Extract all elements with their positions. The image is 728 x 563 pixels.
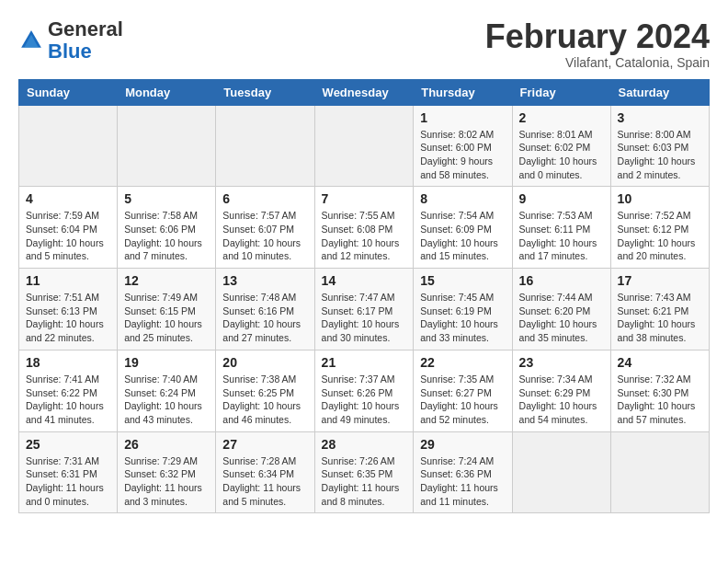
day-info: Sunrise: 7:49 AM Sunset: 6:15 PM Dayligh… bbox=[124, 291, 209, 345]
day-info: Sunrise: 7:38 AM Sunset: 6:25 PM Dayligh… bbox=[222, 373, 307, 427]
calendar-cell: 28Sunrise: 7:26 AM Sunset: 6:35 PM Dayli… bbox=[314, 431, 414, 513]
title-area: February 2024 Vilafant, Catalonia, Spain bbox=[485, 18, 710, 70]
column-header-saturday: Saturday bbox=[610, 79, 709, 105]
day-info: Sunrise: 7:41 AM Sunset: 6:22 PM Dayligh… bbox=[26, 373, 110, 427]
day-number: 29 bbox=[420, 437, 505, 452]
logo-blue: Blue bbox=[48, 40, 92, 63]
column-header-monday: Monday bbox=[118, 79, 216, 105]
calendar-week-row: 18Sunrise: 7:41 AM Sunset: 6:22 PM Dayli… bbox=[19, 350, 710, 431]
day-number: 6 bbox=[222, 191, 307, 206]
day-number: 26 bbox=[124, 437, 209, 452]
day-number: 18 bbox=[26, 355, 110, 370]
day-info: Sunrise: 7:34 AM Sunset: 6:29 PM Dayligh… bbox=[519, 373, 604, 427]
day-number: 17 bbox=[618, 273, 702, 288]
day-number: 8 bbox=[420, 191, 505, 206]
calendar-cell: 2Sunrise: 8:01 AM Sunset: 6:02 PM Daylig… bbox=[512, 105, 610, 187]
calendar-cell: 11Sunrise: 7:51 AM Sunset: 6:13 PM Dayli… bbox=[19, 269, 118, 350]
calendar-cell: 6Sunrise: 7:57 AM Sunset: 6:07 PM Daylig… bbox=[216, 187, 314, 269]
day-info: Sunrise: 7:29 AM Sunset: 6:32 PM Dayligh… bbox=[124, 454, 209, 509]
day-info: Sunrise: 7:45 AM Sunset: 6:19 PM Dayligh… bbox=[420, 291, 505, 345]
calendar-cell: 16Sunrise: 7:44 AM Sunset: 6:20 PM Dayli… bbox=[512, 269, 610, 350]
calendar-cell: 7Sunrise: 7:55 AM Sunset: 6:08 PM Daylig… bbox=[314, 187, 414, 269]
day-info: Sunrise: 7:43 AM Sunset: 6:21 PM Dayligh… bbox=[618, 291, 702, 345]
day-number: 7 bbox=[322, 191, 407, 206]
calendar-week-row: 4Sunrise: 7:59 AM Sunset: 6:04 PM Daylig… bbox=[19, 187, 710, 269]
day-info: Sunrise: 7:55 AM Sunset: 6:08 PM Dayligh… bbox=[322, 209, 407, 263]
day-info: Sunrise: 7:37 AM Sunset: 6:26 PM Dayligh… bbox=[322, 373, 407, 427]
day-info: Sunrise: 7:58 AM Sunset: 6:06 PM Dayligh… bbox=[124, 209, 209, 263]
calendar-cell: 22Sunrise: 7:35 AM Sunset: 6:27 PM Dayli… bbox=[414, 350, 512, 431]
calendar-cell: 13Sunrise: 7:48 AM Sunset: 6:16 PM Dayli… bbox=[216, 269, 314, 350]
day-number: 24 bbox=[618, 355, 702, 370]
day-info: Sunrise: 7:59 AM Sunset: 6:04 PM Dayligh… bbox=[26, 209, 110, 263]
day-number: 19 bbox=[124, 355, 209, 370]
calendar-cell: 5Sunrise: 7:58 AM Sunset: 6:06 PM Daylig… bbox=[118, 187, 216, 269]
day-info: Sunrise: 7:24 AM Sunset: 6:36 PM Dayligh… bbox=[420, 454, 505, 509]
page-header: General Blue February 2024 Vilafant, Cat… bbox=[18, 18, 710, 70]
day-info: Sunrise: 8:02 AM Sunset: 6:00 PM Dayligh… bbox=[420, 128, 505, 182]
calendar-cell bbox=[216, 105, 314, 187]
day-number: 2 bbox=[519, 110, 604, 125]
day-number: 13 bbox=[222, 273, 307, 288]
day-info: Sunrise: 8:01 AM Sunset: 6:02 PM Dayligh… bbox=[519, 128, 604, 182]
day-info: Sunrise: 7:52 AM Sunset: 6:12 PM Dayligh… bbox=[618, 209, 702, 263]
day-number: 20 bbox=[222, 355, 307, 370]
day-number: 21 bbox=[322, 355, 407, 370]
day-info: Sunrise: 7:54 AM Sunset: 6:09 PM Dayligh… bbox=[420, 209, 505, 263]
day-number: 23 bbox=[519, 355, 604, 370]
column-header-friday: Friday bbox=[512, 79, 610, 105]
calendar-week-row: 25Sunrise: 7:31 AM Sunset: 6:31 PM Dayli… bbox=[19, 431, 710, 513]
calendar-cell: 29Sunrise: 7:24 AM Sunset: 6:36 PM Dayli… bbox=[414, 431, 512, 513]
calendar-cell: 24Sunrise: 7:32 AM Sunset: 6:30 PM Dayli… bbox=[610, 350, 709, 431]
calendar-cell: 20Sunrise: 7:38 AM Sunset: 6:25 PM Dayli… bbox=[216, 350, 314, 431]
day-info: Sunrise: 7:48 AM Sunset: 6:16 PM Dayligh… bbox=[222, 291, 307, 345]
logo-general: General bbox=[48, 17, 123, 40]
calendar-week-row: 1Sunrise: 8:02 AM Sunset: 6:00 PM Daylig… bbox=[19, 105, 710, 187]
calendar-cell bbox=[118, 105, 216, 187]
day-number: 28 bbox=[322, 437, 407, 452]
logo: General Blue bbox=[18, 18, 123, 63]
calendar-cell: 26Sunrise: 7:29 AM Sunset: 6:32 PM Dayli… bbox=[118, 431, 216, 513]
calendar-cell: 27Sunrise: 7:28 AM Sunset: 6:34 PM Dayli… bbox=[216, 431, 314, 513]
calendar-cell: 1Sunrise: 8:02 AM Sunset: 6:00 PM Daylig… bbox=[414, 105, 512, 187]
day-number: 1 bbox=[420, 110, 505, 125]
day-info: Sunrise: 7:35 AM Sunset: 6:27 PM Dayligh… bbox=[420, 373, 505, 427]
calendar-header-row: SundayMondayTuesdayWednesdayThursdayFrid… bbox=[19, 79, 710, 105]
day-number: 3 bbox=[618, 110, 702, 125]
column-header-tuesday: Tuesday bbox=[216, 79, 314, 105]
calendar-cell: 8Sunrise: 7:54 AM Sunset: 6:09 PM Daylig… bbox=[414, 187, 512, 269]
day-info: Sunrise: 7:57 AM Sunset: 6:07 PM Dayligh… bbox=[222, 209, 307, 263]
calendar-cell bbox=[19, 105, 118, 187]
day-number: 22 bbox=[420, 355, 505, 370]
column-header-thursday: Thursday bbox=[414, 79, 512, 105]
day-info: Sunrise: 7:51 AM Sunset: 6:13 PM Dayligh… bbox=[26, 291, 110, 345]
day-number: 9 bbox=[519, 191, 604, 206]
calendar-cell: 12Sunrise: 7:49 AM Sunset: 6:15 PM Dayli… bbox=[118, 269, 216, 350]
calendar-cell: 4Sunrise: 7:59 AM Sunset: 6:04 PM Daylig… bbox=[19, 187, 118, 269]
calendar-cell bbox=[314, 105, 414, 187]
logo-icon bbox=[18, 28, 44, 53]
day-number: 12 bbox=[124, 273, 209, 288]
day-info: Sunrise: 8:00 AM Sunset: 6:03 PM Dayligh… bbox=[618, 128, 702, 182]
day-info: Sunrise: 7:32 AM Sunset: 6:30 PM Dayligh… bbox=[618, 373, 702, 427]
day-info: Sunrise: 7:26 AM Sunset: 6:35 PM Dayligh… bbox=[322, 454, 407, 509]
column-header-sunday: Sunday bbox=[19, 79, 118, 105]
day-number: 15 bbox=[420, 273, 505, 288]
calendar-cell: 10Sunrise: 7:52 AM Sunset: 6:12 PM Dayli… bbox=[610, 187, 709, 269]
calendar-cell bbox=[610, 431, 709, 513]
day-info: Sunrise: 7:44 AM Sunset: 6:20 PM Dayligh… bbox=[519, 291, 604, 345]
calendar-cell: 17Sunrise: 7:43 AM Sunset: 6:21 PM Dayli… bbox=[610, 269, 709, 350]
day-number: 14 bbox=[322, 273, 407, 288]
day-info: Sunrise: 7:31 AM Sunset: 6:31 PM Dayligh… bbox=[26, 454, 110, 509]
calendar-week-row: 11Sunrise: 7:51 AM Sunset: 6:13 PM Dayli… bbox=[19, 269, 710, 350]
calendar-cell: 19Sunrise: 7:40 AM Sunset: 6:24 PM Dayli… bbox=[118, 350, 216, 431]
day-number: 27 bbox=[222, 437, 307, 452]
calendar-cell: 23Sunrise: 7:34 AM Sunset: 6:29 PM Dayli… bbox=[512, 350, 610, 431]
calendar-cell: 14Sunrise: 7:47 AM Sunset: 6:17 PM Dayli… bbox=[314, 269, 414, 350]
location-subtitle: Vilafant, Catalonia, Spain bbox=[485, 55, 710, 70]
day-number: 11 bbox=[26, 273, 110, 288]
day-number: 16 bbox=[519, 273, 604, 288]
calendar-cell: 3Sunrise: 8:00 AM Sunset: 6:03 PM Daylig… bbox=[610, 105, 709, 187]
day-number: 10 bbox=[618, 191, 702, 206]
day-info: Sunrise: 7:53 AM Sunset: 6:11 PM Dayligh… bbox=[519, 209, 604, 263]
